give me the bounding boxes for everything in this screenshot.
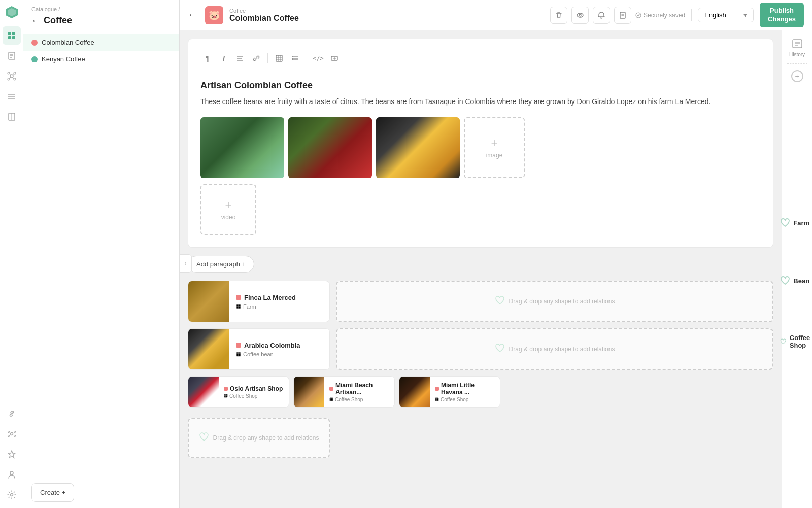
nav-book[interactable] — [3, 108, 21, 126]
notifications-button[interactable] — [593, 7, 610, 24]
entry-type-icon — [236, 295, 241, 300]
toolbar-align-btn[interactable] — [233, 51, 247, 65]
relation-drop-coffee-shop[interactable]: Drag & drop any shape to add relations — [188, 418, 330, 458]
svg-line-18 — [13, 77, 14, 79]
app-logo[interactable] — [4, 4, 20, 20]
svg-rect-41 — [276, 55, 282, 61]
relation-entry-type: Coffee bean — [236, 351, 300, 357]
relation-drop-farm[interactable]: Drag & drop any shape to add relations — [336, 281, 773, 322]
relation-entry-miami-beach[interactable]: Miami Beach Artisan... Coffee Shop — [293, 376, 395, 408]
sidebar-item-kenyan[interactable]: Kenyan Coffee — [23, 51, 179, 67]
topbar-titles: Coffee Colombian Coffee — [229, 8, 299, 23]
svg-rect-34 — [620, 12, 625, 18]
preview-button[interactable] — [571, 7, 589, 24]
nav-schema[interactable] — [3, 67, 21, 85]
drop-text: Drag & drop any shape to add relations — [509, 346, 615, 353]
svg-point-33 — [579, 14, 581, 16]
entry-info: Oslo Artisan Shop Coffee Shop — [219, 382, 288, 402]
add-paragraph-button[interactable]: Add paragraph + — [188, 256, 254, 273]
editor-heading[interactable]: Artisan Colombian Coffee — [200, 80, 761, 91]
panel-add-btn[interactable]: + — [791, 70, 803, 82]
entry-info: Miami Little Havana ... Coffee Shop — [430, 379, 500, 405]
sidebar-item-dot — [31, 40, 38, 46]
icon-bar — [0, 0, 23, 508]
entry-image — [188, 377, 219, 407]
sidebar-back-btn[interactable]: ← Coffee — [31, 15, 171, 26]
nav-list[interactable] — [3, 87, 21, 106]
relation-label-farm: Farm — [780, 218, 812, 227]
svg-point-30 — [10, 471, 13, 475]
relation-entry-type: Farm — [236, 303, 296, 310]
panel-divider — [787, 63, 807, 64]
nav-star[interactable] — [3, 445, 21, 463]
document-button[interactable] — [614, 7, 631, 24]
relation-row-coffee-shop: Oslo Artisan Shop Coffee Shop — [188, 376, 773, 458]
sidebar: Catalogue / ← Coffee Colombian Coffee Ke… — [23, 0, 180, 508]
image-slot-2[interactable] — [288, 117, 372, 178]
toolbar-table-btn[interactable] — [272, 51, 286, 65]
main-area: ← 🐷 Coffee Colombian Coffee Securely sav… — [180, 0, 812, 508]
nav-pages[interactable] — [3, 47, 21, 65]
topbar-back-btn[interactable]: ← — [188, 10, 197, 20]
relation-entry-oslo[interactable]: Oslo Artisan Shop Coffee Shop — [188, 376, 289, 408]
svg-point-14 — [14, 78, 16, 80]
video-add-btn[interactable]: + video — [200, 184, 256, 235]
relation-entry-miami-havana[interactable]: Miami Little Havana ... Coffee Shop — [399, 376, 500, 408]
nav-settings[interactable] — [3, 486, 21, 504]
heart-icon — [199, 432, 209, 444]
toolbar-code-btn[interactable]: </> — [311, 51, 325, 65]
editor-card: ¶ I — [188, 39, 773, 248]
coffee-shop-drop-row: Drag & drop any shape to add relations — [188, 418, 773, 458]
editor-body[interactable]: These coffee beans are fruity with a tas… — [200, 96, 761, 107]
relation-drop-bean[interactable]: Drag & drop any shape to add relations — [336, 328, 773, 370]
content-main: ¶ I — [188, 39, 773, 500]
nav-connections[interactable] — [3, 425, 21, 443]
delete-button[interactable] — [550, 7, 567, 24]
toolbar-list-btn[interactable] — [288, 51, 302, 65]
topbar-actions: Securely saved — [550, 7, 685, 24]
image-slot-1[interactable] — [200, 117, 284, 178]
image-add-btn[interactable]: + image — [464, 117, 525, 178]
nav-users[interactable] — [3, 465, 21, 484]
svg-rect-5 — [12, 36, 15, 39]
toolbar-embed-btn[interactable] — [327, 51, 342, 65]
svg-rect-64 — [330, 398, 333, 401]
toolbar-paragraph-btn[interactable]: ¶ — [200, 51, 215, 65]
svg-rect-3 — [12, 32, 15, 35]
editor-toolbar: ¶ I — [200, 51, 761, 72]
svg-point-51 — [292, 59, 293, 60]
toolbar-link-btn[interactable] — [249, 51, 263, 65]
plus-icon: + — [225, 198, 232, 212]
svg-point-12 — [14, 72, 16, 74]
entry-info: Miami Beach Artisan... Coffee Shop — [324, 379, 394, 405]
plus-icon: + — [795, 72, 799, 80]
publish-button[interactable]: Publish Changes — [760, 3, 804, 28]
topbar-breadcrumb: Coffee — [229, 8, 299, 14]
entry-type: Coffee Shop — [224, 393, 283, 399]
svg-point-27 — [8, 435, 9, 437]
language-selector[interactable]: English ▾ — [698, 8, 754, 22]
nav-link[interactable] — [3, 404, 21, 423]
entry-type-icon — [236, 343, 241, 348]
heart-icon — [495, 296, 505, 308]
relation-row-bean: Arabica Colombia Coffee bean Drag — [188, 328, 773, 370]
create-button[interactable]: Create + — [31, 483, 74, 502]
sidebar-item-colombian[interactable]: Colombian Coffee — [23, 34, 179, 51]
history-panel-item[interactable]: History — [789, 37, 805, 57]
sidebar-collapse-btn[interactable]: ‹ — [180, 254, 192, 273]
image-grid: + image — [200, 117, 761, 178]
relation-entry-farm[interactable]: Finca La Merced Farm — [188, 281, 330, 322]
nav-content[interactable] — [3, 26, 21, 45]
svg-rect-4 — [8, 36, 11, 39]
relation-entry-image — [188, 329, 229, 369]
chevron-down-icon: ▾ — [743, 11, 747, 19]
relation-entry-bean[interactable]: Arabica Colombia Coffee bean — [188, 328, 330, 370]
topbar: ← 🐷 Coffee Colombian Coffee Securely sav… — [180, 0, 812, 30]
sidebar-item-dot — [31, 56, 38, 62]
relation-entry-image — [188, 281, 229, 322]
sidebar-header: Catalogue / ← Coffee — [23, 0, 179, 30]
toolbar-italic-btn[interactable]: I — [217, 51, 231, 65]
image-slot-3[interactable] — [376, 117, 460, 178]
svg-point-13 — [8, 78, 10, 80]
svg-rect-58 — [236, 352, 241, 356]
